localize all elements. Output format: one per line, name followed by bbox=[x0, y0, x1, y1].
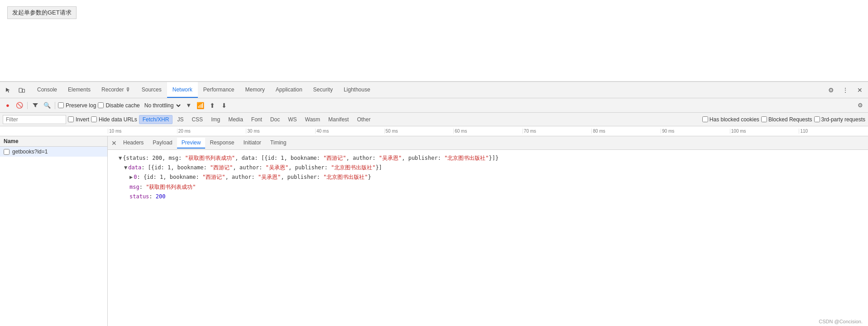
filter-type-buttons: Fetch/XHRJSCSSImgMediaFontDocWSWasmManif… bbox=[139, 115, 374, 124]
cursor-icon[interactable] bbox=[2, 84, 14, 96]
filter-type-wasm[interactable]: Wasm bbox=[302, 115, 324, 124]
detail-tab-timing[interactable]: Timing bbox=[266, 138, 291, 149]
ruler-mark: 10 ms bbox=[108, 129, 177, 134]
preserve-log-checkbox[interactable] bbox=[58, 102, 64, 108]
tab-console[interactable]: Console bbox=[32, 82, 62, 98]
clear-btn[interactable]: 🚫 bbox=[14, 101, 24, 110]
filter-type-other[interactable]: Other bbox=[353, 115, 374, 124]
detail-close-btn[interactable]: ✕ bbox=[110, 139, 119, 148]
tab-sources[interactable]: Sources bbox=[136, 82, 167, 98]
tab-memory[interactable]: Memory bbox=[240, 82, 270, 98]
filter-type-js[interactable]: JS bbox=[173, 115, 187, 124]
ruler-mark: 30 ms bbox=[246, 129, 315, 134]
devtools-panel: ConsoleElementsRecorder 🎙SourcesNetworkP… bbox=[0, 82, 868, 326]
filter-type-ws[interactable]: WS bbox=[284, 115, 300, 124]
record-btn[interactable]: ● bbox=[3, 101, 13, 110]
detail-tab-preview[interactable]: Preview bbox=[177, 138, 206, 149]
page-area: 发起单参数的GET请求 bbox=[0, 0, 868, 82]
disable-cache-text: Disable cache bbox=[106, 102, 139, 109]
has-blocked-checkbox[interactable] bbox=[702, 116, 708, 122]
toolbar-sep-2 bbox=[55, 102, 55, 109]
preserve-log-text: Preserve log bbox=[66, 102, 96, 109]
more-options-icon[interactable]: ⋮ bbox=[839, 84, 852, 96]
ruler-mark: 20 ms bbox=[177, 129, 246, 134]
filter-type-img[interactable]: Img bbox=[207, 115, 224, 124]
json-root-collapse[interactable]: ▼ bbox=[119, 154, 122, 163]
ruler-mark: 100 ms bbox=[730, 129, 799, 134]
settings-icon[interactable]: ⚙ bbox=[825, 84, 837, 96]
filter-type-font[interactable]: Font bbox=[248, 115, 266, 124]
blocked-requests-label[interactable]: Blocked Requests bbox=[761, 116, 812, 123]
has-blocked-label[interactable]: Has blocked cookies bbox=[702, 116, 759, 123]
detail-tab-headers[interactable]: Headers bbox=[119, 138, 148, 149]
tab-bar-left-icons bbox=[2, 84, 28, 96]
timeline-ruler: 10 ms20 ms30 ms40 ms50 ms60 ms70 ms80 ms… bbox=[0, 126, 868, 136]
ruler-mark: 110 bbox=[799, 129, 868, 134]
detail-tab-initiator[interactable]: Initiator bbox=[239, 138, 265, 149]
request-item-check[interactable] bbox=[4, 149, 10, 155]
json-root-line: ▼ {status: 200, msg: "获取图书列表成功" , data: … bbox=[108, 153, 868, 163]
tab-bar-right-icons: ⚙ ⋮ ✕ bbox=[825, 84, 866, 96]
ruler-marks: 10 ms20 ms30 ms40 ms50 ms60 ms70 ms80 ms… bbox=[108, 129, 868, 134]
close-devtools-icon[interactable]: ✕ bbox=[854, 84, 866, 96]
network-toolbar: ● 🚫 🔍 Preserve log Disable cache No thro… bbox=[0, 98, 868, 113]
third-party-text: 3rd-party requests bbox=[821, 116, 865, 123]
ruler-mark: 80 ms bbox=[591, 129, 661, 134]
filter-icon-btn[interactable] bbox=[30, 101, 40, 110]
get-request-button[interactable]: 发起单参数的GET请求 bbox=[7, 6, 77, 19]
throttle-select[interactable]: No throttling Fast 3G Slow 3G bbox=[142, 102, 182, 109]
hide-data-urls-label[interactable]: Hide data URLs bbox=[91, 116, 137, 123]
json-item-expand[interactable]: ▶ bbox=[129, 173, 133, 182]
tab-elements[interactable]: Elements bbox=[62, 82, 96, 98]
filter-type-css[interactable]: CSS bbox=[188, 115, 206, 124]
tab-lighthouse[interactable]: Lighthouse bbox=[338, 82, 376, 98]
tab-network[interactable]: Network bbox=[167, 82, 198, 98]
hide-data-urls-checkbox[interactable] bbox=[91, 116, 97, 122]
disable-cache-label[interactable]: Disable cache bbox=[98, 102, 139, 109]
toolbar-settings-icon[interactable]: ⚙ bbox=[855, 101, 865, 110]
blocked-requests-text: Blocked Requests bbox=[768, 116, 812, 123]
footer-text: CSDN @Concision. bbox=[819, 319, 863, 324]
detail-tab-buttons: HeadersPayloadPreviewResponseInitiatorTi… bbox=[119, 138, 291, 149]
request-item-name: getbooks?id=1 bbox=[12, 149, 48, 155]
devtools-tabs: ConsoleElementsRecorder 🎙SourcesNetworkP… bbox=[32, 82, 825, 98]
detail-tabs: ✕ HeadersPayloadPreviewResponseInitiator… bbox=[108, 136, 868, 150]
filter-input[interactable] bbox=[3, 115, 66, 124]
filter-type-manifest[interactable]: Manifest bbox=[325, 115, 352, 124]
filter-bar: Invert Hide data URLs Fetch/XHRJSCSSImgM… bbox=[0, 113, 868, 126]
ruler-mark: 60 ms bbox=[453, 129, 523, 134]
invert-label[interactable]: Invert bbox=[68, 116, 89, 123]
tab-application[interactable]: Application bbox=[270, 82, 308, 98]
download-icon[interactable]: ⬇ bbox=[219, 101, 229, 110]
json-data-collapse[interactable]: ▼ bbox=[124, 163, 127, 172]
throttle-dropdown-icon[interactable]: ▼ bbox=[184, 101, 194, 110]
svg-rect-1 bbox=[23, 89, 25, 92]
json-data-item-line: ▶ 0 : {id: 1, bookname: "西游记" , author: … bbox=[108, 173, 868, 182]
filter-type-doc[interactable]: Doc bbox=[267, 115, 283, 124]
preserve-log-label[interactable]: Preserve log bbox=[58, 102, 96, 109]
request-list-panel: Name getbooks?id=1 bbox=[0, 136, 108, 326]
ruler-mark: 70 ms bbox=[523, 129, 592, 134]
blocked-requests-checkbox[interactable] bbox=[761, 116, 767, 122]
invert-checkbox[interactable] bbox=[68, 116, 74, 122]
disable-cache-checkbox[interactable] bbox=[98, 102, 104, 108]
third-party-label[interactable]: 3rd-party requests bbox=[814, 116, 865, 123]
upload-icon[interactable]: ⬆ bbox=[207, 101, 217, 110]
hide-data-urls-text: Hide data URLs bbox=[99, 116, 137, 123]
json-msg-line: msg : "获取图书列表成功" bbox=[108, 182, 868, 192]
tab-security[interactable]: Security bbox=[308, 82, 338, 98]
search-icon-btn[interactable]: 🔍 bbox=[42, 101, 52, 110]
device-toggle-icon[interactable] bbox=[15, 84, 28, 96]
third-party-checkbox[interactable] bbox=[814, 116, 820, 122]
tab-recorder[interactable]: Recorder 🎙 bbox=[96, 82, 136, 98]
filter-type-fetch-xhr[interactable]: Fetch/XHR bbox=[139, 115, 173, 124]
json-data-line: ▼ data : [{id: 1, bookname: "西游记" , auth… bbox=[108, 163, 868, 173]
filter-type-media[interactable]: Media bbox=[225, 115, 247, 124]
toolbar-sep-1 bbox=[27, 102, 28, 109]
detail-tab-response[interactable]: Response bbox=[205, 138, 239, 149]
detail-tab-payload[interactable]: Payload bbox=[148, 138, 177, 149]
wifi-icon[interactable]: 📶 bbox=[196, 101, 206, 110]
tab-performance[interactable]: Performance bbox=[198, 82, 240, 98]
request-item[interactable]: getbooks?id=1 bbox=[0, 147, 107, 157]
svg-rect-0 bbox=[19, 88, 22, 92]
